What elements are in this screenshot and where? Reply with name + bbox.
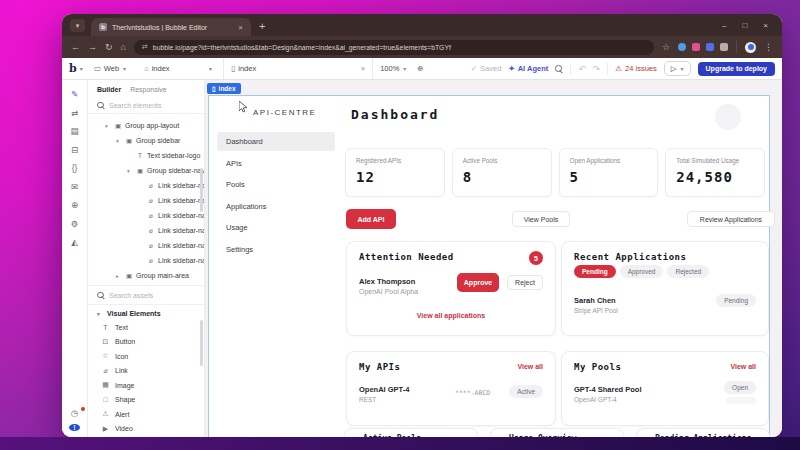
- browser-tab[interactable]: b Therlvntstudios | Bubble Editor ×: [91, 18, 251, 36]
- tree-item[interactable]: ▾ ▣ Group app-layout: [88, 118, 204, 133]
- visual-element-item[interactable]: ⌀ Link: [88, 364, 204, 379]
- preview-button[interactable]: ▷ ▾: [664, 61, 691, 76]
- forward-icon[interactable]: →: [88, 43, 97, 52]
- app-nav-item[interactable]: APIs: [217, 154, 335, 173]
- extension-icon-indigo[interactable]: [706, 43, 714, 51]
- tree-caret-icon[interactable]: ▾: [127, 168, 133, 174]
- visual-element-item[interactable]: ▦ Image: [88, 378, 204, 393]
- tree-caret-icon[interactable]: ▸: [116, 273, 122, 279]
- help-icon[interactable]: !: [69, 424, 80, 431]
- platform-selector[interactable]: ▭ Web ▾: [87, 58, 137, 79]
- new-tab-button[interactable]: +: [259, 20, 265, 32]
- page-design-surface[interactable]: API-CENTRE DashboardAPIsPoolsApplication…: [208, 95, 770, 437]
- bookmark-star-icon[interactable]: ☆: [662, 43, 670, 52]
- plugins-icon[interactable]: ⊕: [67, 196, 83, 215]
- home-icon[interactable]: ⌂: [121, 43, 126, 52]
- site-info-icon[interactable]: ⇄: [142, 43, 148, 51]
- globe-icon[interactable]: ⊕: [417, 64, 423, 73]
- undo-icon[interactable]: ↶: [578, 64, 586, 74]
- app-nav-item[interactable]: Applications: [217, 197, 335, 216]
- design-icon[interactable]: ✎: [67, 85, 83, 104]
- view-pools-button[interactable]: View Pools: [512, 211, 570, 227]
- tree-caret-icon[interactable]: ▾: [116, 138, 122, 144]
- visual-element-item[interactable]: □ Shape: [88, 393, 204, 408]
- stat-cards-row: Registered APIs 12 Active Pools 8 Open A…: [345, 148, 765, 197]
- redo-icon[interactable]: ↷: [593, 64, 601, 74]
- tree-item[interactable]: T Text sidebar-logo: [88, 148, 204, 163]
- visual-element-item[interactable]: ☆ Icon: [88, 349, 204, 364]
- search-icon[interactable]: [555, 65, 563, 73]
- visual-element-item[interactable]: ▶ Video: [88, 422, 204, 437]
- extensions-area: [678, 43, 728, 51]
- backend-icon[interactable]: {}: [67, 159, 83, 178]
- panel-tab[interactable]: Responsive: [130, 86, 167, 93]
- tree-caret-icon[interactable]: ▾: [105, 123, 111, 129]
- profile-avatar[interactable]: [745, 42, 756, 53]
- tab-close-icon[interactable]: ×: [238, 23, 243, 32]
- page-selector[interactable]: ⌂ index ▾: [137, 58, 223, 79]
- scrollbar[interactable]: [200, 168, 203, 212]
- panel-tab[interactable]: Builder: [97, 86, 121, 93]
- upgrade-to-deploy-button[interactable]: Upgrade to deploy: [698, 62, 775, 76]
- visual-element-item[interactable]: ⊡ Button: [88, 335, 204, 350]
- tab-search-chevron-icon[interactable]: ▾: [70, 19, 85, 32]
- app-nav-item[interactable]: Dashboard: [217, 132, 335, 151]
- filter-pill[interactable]: Pending: [574, 265, 616, 278]
- bubble-logo[interactable]: b: [69, 62, 77, 75]
- notifications-icon[interactable]: ✉: [67, 178, 83, 197]
- tree-item[interactable]: ⌀ Link sidebar-nav-d...: [88, 178, 204, 193]
- page-selector-label: index: [152, 64, 170, 73]
- maximize-button[interactable]: □: [742, 21, 747, 30]
- tree-item[interactable]: ⌀ Link sidebar-nav-s...: [88, 253, 204, 268]
- settings-icon[interactable]: ⚙: [67, 215, 83, 234]
- tree-item[interactable]: ⌀ Link sidebar-nav-a...: [88, 223, 204, 238]
- page-label-badge[interactable]: ▯ index: [207, 83, 241, 94]
- zoom-selector[interactable]: 100% ▾: [373, 58, 417, 79]
- app-nav-item[interactable]: Usage: [217, 218, 335, 237]
- approve-button[interactable]: Approve: [457, 273, 499, 292]
- reject-button[interactable]: Reject: [507, 275, 543, 290]
- close-window-button[interactable]: ×: [763, 21, 768, 30]
- extension-icon-pink[interactable]: [692, 43, 700, 51]
- tree-item[interactable]: ▾ ▣ Group sidebar: [88, 133, 204, 148]
- visual-element-label: Icon: [115, 353, 128, 360]
- data-icon[interactable]: ▤: [67, 122, 83, 141]
- tree-item[interactable]: ⌀ Link sidebar-nav-a...: [88, 193, 204, 208]
- search-elements-input[interactable]: Search elements: [88, 97, 204, 114]
- issues-indicator[interactable]: ⚠ 24 issues: [615, 64, 656, 73]
- view-all-pools-link[interactable]: View all: [730, 363, 756, 370]
- search-assets-input[interactable]: Search assets: [88, 285, 204, 305]
- tree-item[interactable]: ▾ ▣ Group sidebar-nav: [88, 163, 204, 178]
- view-all-applications-link[interactable]: View all applications: [347, 312, 555, 319]
- view-all-apis-link[interactable]: View all: [517, 363, 543, 370]
- filter-pill[interactable]: Rejected: [667, 265, 709, 278]
- styles-icon[interactable]: ⊟: [67, 141, 83, 160]
- filter-pill[interactable]: Approved: [620, 265, 664, 278]
- address-bar[interactable]: ⇄ bubble.io/page?id=therlvntstudios&tab=…: [134, 40, 654, 55]
- add-api-button[interactable]: Add API: [346, 209, 396, 229]
- visual-element-item[interactable]: T Text: [88, 320, 204, 335]
- history-icon[interactable]: ◷: [67, 408, 83, 418]
- back-icon[interactable]: ←: [71, 43, 80, 52]
- minimize-button[interactable]: –: [722, 21, 726, 30]
- visual-elements-header[interactable]: ▾ Visual Elements: [88, 305, 204, 320]
- review-applications-button[interactable]: Review Applications: [687, 211, 775, 227]
- ai-agent-button[interactable]: ✦ AI Agent: [508, 64, 548, 73]
- extension-icon-gray[interactable]: [720, 43, 728, 51]
- app-nav-item[interactable]: Pools: [217, 175, 335, 194]
- tree-item[interactable]: ⌀ Link sidebar-nav-u...: [88, 238, 204, 253]
- browser-menu-icon[interactable]: ⋮: [764, 43, 773, 52]
- reload-icon[interactable]: ↻: [105, 43, 113, 52]
- chevron-down-icon[interactable]: ▾: [80, 65, 83, 72]
- scrollbar[interactable]: [200, 320, 203, 366]
- visual-element-item[interactable]: ⚠ Alert: [88, 407, 204, 422]
- element-tree: ▾ ▣ Group app-layout ▾ ▣ Group sidebar: [88, 114, 204, 285]
- close-page-tab-icon[interactable]: ×: [361, 64, 365, 73]
- tree-item[interactable]: ⌀ Link sidebar-nav-p...: [88, 208, 204, 223]
- tree-item[interactable]: ▸ ▣ Group main-area: [88, 268, 204, 283]
- open-page-tab[interactable]: ▯ index ×: [223, 58, 373, 79]
- logs-icon[interactable]: ◭: [67, 233, 83, 252]
- app-nav-item[interactable]: Settings: [217, 240, 335, 259]
- workflow-icon[interactable]: ⇄: [67, 104, 83, 123]
- extension-icon-blue[interactable]: [678, 43, 686, 51]
